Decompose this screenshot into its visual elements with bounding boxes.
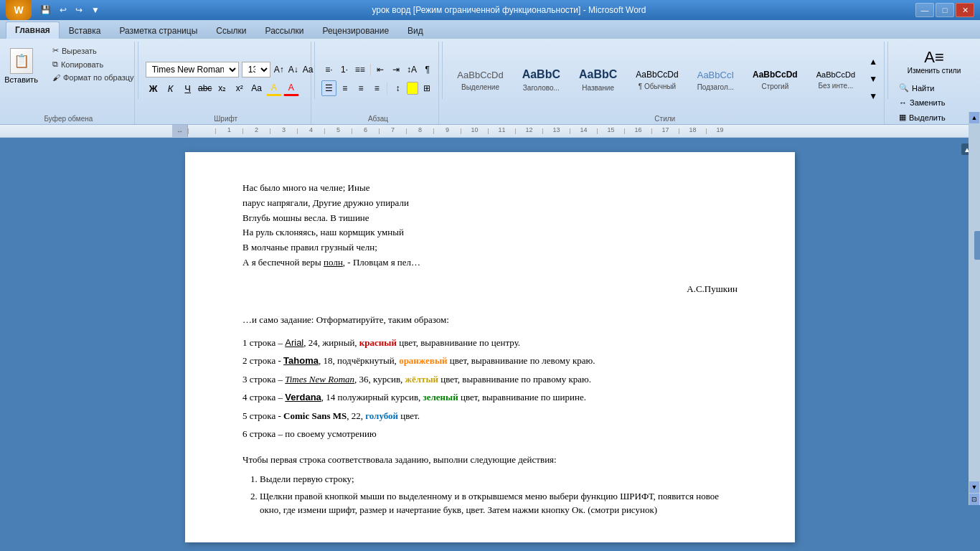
ruler: ↔ 1 2 3 4 5 6 7 8 9 10 11 12 13 14 15 16…	[0, 125, 980, 138]
numbering-button[interactable]: 1·	[337, 62, 352, 77]
ruler-mark: 4	[297, 128, 324, 134]
ruler-mark: 5	[324, 128, 352, 134]
style-label: Заголово...	[523, 84, 560, 92]
style-item-no-spacing[interactable]: AaBbCcDd Без инте...	[808, 65, 864, 93]
divider-3	[442, 42, 443, 99]
style-item-subtitle[interactable]: AaBbCcI Подзагол...	[689, 65, 743, 94]
show-marks-button[interactable]: ¶	[420, 62, 435, 77]
task-font-1: Arial	[285, 337, 303, 348]
increase-font-button[interactable]: A↑	[273, 62, 285, 77]
change-styles-button[interactable]: A≡ Изменить стили	[895, 44, 973, 78]
tab-review[interactable]: Рецензирование	[313, 22, 398, 39]
ruler-mark: 10	[461, 128, 488, 134]
justify-button[interactable]: ≡	[369, 80, 384, 96]
document-page[interactable]: Нас было много на челне; Иные парус напр…	[185, 152, 795, 542]
replace-button[interactable]: ↔ Заменить	[895, 96, 973, 109]
align-right-button[interactable]: ≡	[354, 80, 368, 96]
style-preview: AaBbCcI	[694, 67, 738, 83]
poem-author: А.С.Пушкин	[242, 282, 738, 296]
scroll-thumb[interactable]	[974, 231, 980, 260]
styles-scroll: ▲ ▼ ▼	[865, 54, 881, 104]
style-item-strong[interactable]: AaBbCcDd Строгий	[744, 65, 806, 93]
style-label: Выделение	[461, 83, 499, 91]
instructions-list: Выдели первую строку; Щелкни правой кноп…	[260, 472, 738, 517]
align-left-button[interactable]: ☰	[321, 80, 336, 96]
minimize-button[interactable]: —	[915, 3, 934, 17]
paragraph-group: ≡· 1· ≡≡ ⇤ ⇥ ↕A ¶ ☰ ≡ ≡ ≡ ↕ ⊞	[317, 42, 439, 124]
style-preview: AaBbC	[575, 66, 621, 83]
change-case-button[interactable]: Aa	[302, 62, 314, 77]
font-color-button[interactable]: A	[283, 80, 299, 96]
poem-line-4: На руль склоняясь, наш кормщик умный	[242, 225, 738, 240]
tab-insert[interactable]: Вставка	[60, 22, 110, 39]
style-label: Подзагол...	[697, 83, 734, 91]
underline-button[interactable]: Ч	[180, 80, 196, 96]
select-button[interactable]: ▦ Выделить	[895, 110, 973, 124]
maximize-button[interactable]: □	[936, 3, 954, 17]
find-button[interactable]: 🔍 Найти	[895, 81, 973, 95]
task-row-3: 3 строка – Times New Roman, 36, курсив, …	[242, 372, 738, 387]
tab-view[interactable]: Вид	[398, 22, 433, 39]
poem-line-2: парус напрягали, Другие дружно упирали	[242, 196, 738, 211]
tab-mailings[interactable]: Рассылки	[256, 22, 314, 39]
subscript-button[interactable]: x₂	[215, 80, 230, 96]
styles-expand[interactable]: ▼	[865, 88, 881, 104]
highlight-color-button[interactable]: A	[266, 80, 282, 96]
scroll-down-arrow[interactable]: ▼	[969, 481, 979, 493]
poem-line-3: Вглубь мошны весла. В тишине	[242, 211, 738, 226]
task-row-5: 5 строка - Comic Sans MS, 22, голубой цв…	[242, 409, 738, 423]
tab-page-layout[interactable]: Разметка страницы	[110, 22, 207, 39]
close-button[interactable]: ✕	[956, 3, 974, 17]
align-center-button[interactable]: ≡	[338, 80, 352, 96]
task-color-2: оранжевый	[399, 355, 447, 366]
style-item-highlight[interactable]: AaBbCcDd Выделение	[448, 65, 512, 94]
quick-access-toolbar: 💾 ↩ ↪ ▼	[37, 4, 103, 17]
tab-home[interactable]: Главная	[6, 22, 60, 39]
qat-save[interactable]: 💾	[37, 4, 54, 17]
borders-button[interactable]: ⊞	[420, 80, 434, 96]
text-effects-button[interactable]: Aa	[249, 80, 265, 96]
sort-button[interactable]: ↕A	[405, 62, 419, 77]
shading-button[interactable]	[407, 82, 419, 95]
styles-scroll-down[interactable]: ▼	[865, 71, 881, 87]
cut-button[interactable]: ✂ Вырезать	[49, 44, 138, 57]
decrease-font-button[interactable]: A↓	[288, 62, 299, 77]
qat-undo[interactable]: ↩	[57, 4, 70, 17]
style-item-heading1[interactable]: AaBbC Заголово...	[514, 63, 569, 95]
styles-scroll-up[interactable]: ▲	[865, 54, 881, 70]
format-painter-button[interactable]: 🖌 Формат по образцу	[49, 72, 138, 83]
superscript-button[interactable]: x²	[232, 80, 248, 96]
decrease-indent-button[interactable]: ⇤	[374, 62, 388, 77]
strikethrough-button[interactable]: abc	[197, 80, 213, 96]
copy-button[interactable]: ⧉ Копировать	[49, 58, 138, 70]
multilevel-button[interactable]: ≡≡	[353, 62, 367, 77]
style-item-normal[interactable]: AaBbCcDd ¶ Обычный	[627, 65, 687, 93]
bullets-button[interactable]: ≡·	[321, 62, 336, 77]
italic-button[interactable]: К	[163, 80, 179, 96]
style-item-title[interactable]: AaBbC Название	[570, 63, 626, 95]
task-font-5: Comic Sans MS	[283, 410, 347, 421]
qat-dropdown[interactable]: ▼	[88, 4, 103, 17]
style-preview: AaBbCcDd	[813, 68, 859, 81]
style-preview: AaBbCcDd	[632, 67, 682, 82]
tab-references[interactable]: Ссылки	[207, 22, 255, 39]
next-page-button[interactable]: ⊡	[969, 494, 979, 505]
qat-redo[interactable]: ↪	[72, 4, 85, 17]
paragraph-group-label: Абзац	[321, 113, 434, 124]
ruler-corner[interactable]: ↔	[172, 125, 188, 138]
underlined-word: полн	[324, 257, 343, 268]
ruler-mark: 2	[242, 128, 270, 134]
line-spacing-button[interactable]: ↕	[390, 80, 405, 96]
bold-button[interactable]: Ж	[146, 80, 161, 96]
increase-indent-button[interactable]: ⇥	[389, 62, 403, 77]
vertical-scrollbar[interactable]: ▲ ▼ ⊡	[969, 138, 980, 505]
paste-button[interactable]: 📋 Вставить	[0, 44, 43, 113]
office-button[interactable]: W	[6, 0, 32, 20]
font-name-select[interactable]: Times New Roman	[146, 62, 239, 77]
style-label: Название	[582, 84, 614, 92]
instruction-1: Выдели первую строку;	[260, 472, 738, 486]
task-row-6: 6 строка – по своему усмотрению	[242, 427, 738, 441]
document-area: ▲ Нас было много на челне; Иные парус на…	[0, 138, 980, 551]
ruler-mark: 12	[515, 128, 542, 134]
font-size-select[interactable]: 13	[242, 62, 270, 77]
